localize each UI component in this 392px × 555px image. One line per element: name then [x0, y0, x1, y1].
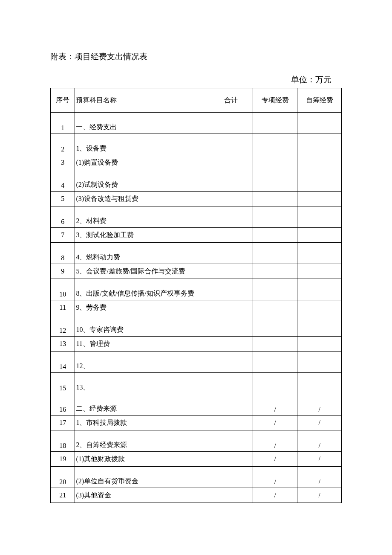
cell-self: / [297, 452, 342, 467]
table-row: 119、劳务费 [51, 300, 342, 315]
table-row: 108、出版/文献/信息传播/知识产权事务费 [51, 279, 342, 300]
cell-total [209, 243, 253, 264]
cell-total [209, 452, 253, 467]
cell-self: / [297, 467, 342, 488]
table-row: 95、会议费/差旅费/国际合作与交流费 [51, 264, 342, 279]
cell-name: 二、经费来源 [75, 394, 209, 416]
table-row: 1311、管理费 [51, 337, 342, 352]
cell-total [209, 416, 253, 430]
cell-seq: 7 [51, 228, 75, 243]
cell-self [297, 373, 342, 394]
cell-name: (2)试制设备费 [75, 170, 209, 192]
cell-special [253, 243, 297, 264]
cell-name: 1、市科技局拨款 [75, 416, 209, 430]
cell-self: / [297, 430, 342, 452]
cell-special: / [253, 430, 297, 452]
header-seq: 序号 [51, 88, 75, 113]
cell-seq: 5 [51, 192, 75, 206]
cell-special [253, 315, 297, 337]
cell-total [209, 488, 253, 503]
cell-name: 1、设备费 [75, 134, 209, 155]
cell-special [253, 155, 297, 170]
cell-seq: 18 [51, 430, 75, 452]
cell-special [253, 113, 297, 134]
document-title: 附表：项目经费支出情况表 [50, 51, 342, 62]
cell-name: 8、出版/文献/信息传播/知识产权事务费 [75, 279, 209, 300]
cell-seq: 15 [51, 373, 75, 394]
cell-name: 9、劳务费 [75, 300, 209, 315]
cell-total [209, 352, 253, 373]
cell-special: / [253, 416, 297, 430]
table-row: 1一、经费支出 [51, 113, 342, 134]
header-total: 合计 [209, 88, 253, 113]
cell-seq: 16 [51, 394, 75, 416]
cell-special [253, 192, 297, 206]
cell-self [297, 315, 342, 337]
expense-table: 序号 预算科目名称 合计 专项经费 自筹经费 1一、经费支出21、设备费3(1)… [50, 88, 342, 503]
cell-special: / [253, 488, 297, 503]
cell-seq: 2 [51, 134, 75, 155]
cell-total [209, 170, 253, 192]
cell-seq: 3 [51, 155, 75, 170]
cell-special: / [253, 394, 297, 416]
cell-seq: 10 [51, 279, 75, 300]
table-row: 1412、 [51, 352, 342, 373]
cell-special [253, 300, 297, 315]
cell-special: / [253, 467, 297, 488]
cell-self: / [297, 394, 342, 416]
cell-name: 12、 [75, 352, 209, 373]
table-row: 20(2)单位自有货币资金// [51, 467, 342, 488]
table-row: 182、自筹经费来源// [51, 430, 342, 452]
table-row: 62、材料费 [51, 206, 342, 228]
cell-seq: 11 [51, 300, 75, 315]
cell-total [209, 134, 253, 155]
table-row: 1210、专家咨询费 [51, 315, 342, 337]
cell-total [209, 315, 253, 337]
cell-total [209, 155, 253, 170]
cell-seq: 12 [51, 315, 75, 337]
cell-self: / [297, 488, 342, 503]
table-row: 1513、 [51, 373, 342, 394]
cell-total [209, 300, 253, 315]
cell-total [209, 430, 253, 452]
cell-name: (2)单位自有货币资金 [75, 467, 209, 488]
cell-special [253, 352, 297, 373]
table-row: 171、市科技局拨款// [51, 416, 342, 430]
cell-special [253, 228, 297, 243]
cell-special [253, 170, 297, 192]
header-name: 预算科目名称 [75, 88, 209, 113]
table-header-row: 序号 预算科目名称 合计 专项经费 自筹经费 [51, 88, 342, 113]
cell-seq: 9 [51, 264, 75, 279]
cell-seq: 8 [51, 243, 75, 264]
cell-total [209, 192, 253, 206]
cell-self [297, 155, 342, 170]
cell-special [253, 134, 297, 155]
cell-total [209, 206, 253, 228]
cell-name: (1)其他财政拨款 [75, 452, 209, 467]
table-row: 84、燃料动力费 [51, 243, 342, 264]
cell-self: / [297, 416, 342, 430]
cell-special: / [253, 452, 297, 467]
cell-seq: 21 [51, 488, 75, 503]
cell-seq: 20 [51, 467, 75, 488]
table-row: 21、设备费 [51, 134, 342, 155]
cell-total [209, 373, 253, 394]
cell-total [209, 394, 253, 416]
cell-seq: 19 [51, 452, 75, 467]
table-row: 21(3)其他资金// [51, 488, 342, 503]
cell-name: 2、材料费 [75, 206, 209, 228]
cell-self [297, 337, 342, 352]
cell-self [297, 243, 342, 264]
cell-total [209, 113, 253, 134]
cell-total [209, 279, 253, 300]
cell-name: 13、 [75, 373, 209, 394]
cell-self [297, 279, 342, 300]
cell-seq: 14 [51, 352, 75, 373]
cell-self [297, 192, 342, 206]
cell-seq: 6 [51, 206, 75, 228]
cell-total [209, 228, 253, 243]
cell-special [253, 264, 297, 279]
cell-name: (3)设备改造与租赁费 [75, 192, 209, 206]
table-row: 3(1)购置设备费 [51, 155, 342, 170]
cell-name: 4、燃料动力费 [75, 243, 209, 264]
